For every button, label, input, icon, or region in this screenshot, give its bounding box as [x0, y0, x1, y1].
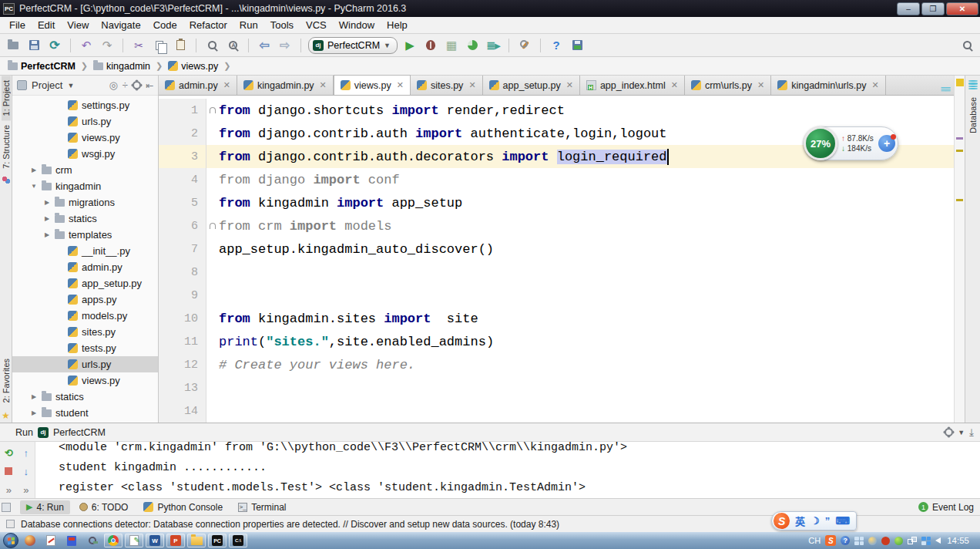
close-button[interactable]: ✕ — [946, 2, 978, 15]
gear-chevron-icon[interactable]: ▼ — [958, 429, 965, 436]
project-settings-gear-icon[interactable] — [133, 81, 141, 89]
menu-item-help[interactable]: Help — [381, 17, 414, 33]
run-console-output[interactable]: <module 'crm.kingadmin' from 'G:\\python… — [35, 438, 980, 498]
code-text[interactable]: app_setup.kingadmin_auto_discover() — [219, 242, 954, 257]
taskbar-icon-key-tool[interactable] — [83, 534, 102, 547]
tab-list-icon[interactable]: ≡≡ — [936, 83, 954, 95]
console-line[interactable]: student kingadmin ............ — [59, 458, 980, 478]
find-button[interactable] — [203, 37, 220, 54]
tool-button-project[interactable]: 1: Project — [2, 76, 11, 120]
navigate-back-button[interactable]: ⇦ — [256, 37, 273, 54]
taskbar-icon-backup-tool[interactable] — [62, 534, 81, 547]
run-with-settings-button[interactable]: ≣▸ — [485, 37, 502, 54]
tree-item-wsgipy[interactable]: wsgi.py — [12, 146, 158, 162]
synchronize-button[interactable]: ⟳ — [46, 37, 63, 54]
editor-error-stripe[interactable] — [954, 76, 965, 423]
network-monitor-widget[interactable]: 27% 87.8K/s 184K/s + — [804, 126, 898, 160]
stripe-mark[interactable] — [956, 150, 963, 152]
taskbar-icon-powerpoint[interactable]: P — [166, 534, 185, 547]
tab-app_setup.py[interactable]: app_setup.py✕ — [483, 76, 580, 95]
menu-item-vcs[interactable]: VCS — [300, 17, 333, 33]
project-view-chevron-icon[interactable]: ▼ — [67, 82, 74, 89]
code-text[interactable]: print("sites.",site.enabled_admins) — [219, 335, 954, 349]
paste-button[interactable] — [172, 37, 189, 54]
sogou-input-toolbar[interactable]: S 英 ☽”⌨ — [771, 511, 857, 530]
code-text[interactable]: # Create your views here. — [219, 358, 954, 372]
tool-window-button-4--run[interactable]: ▶4: Run — [20, 500, 70, 514]
ime-lang-indicator[interactable]: CH — [808, 536, 821, 545]
tab-kingadmin.py[interactable]: kingadmin.py✕ — [237, 76, 334, 95]
tree-item-urlspy[interactable]: urls.py — [12, 356, 158, 372]
tree-item-urlspy[interactable]: urls.py — [12, 113, 158, 130]
sogou-tool-icon-1[interactable]: ” — [825, 515, 831, 527]
replace-button[interactable]: A — [224, 37, 241, 54]
breadcrumb-item[interactable]: PerfectCRM — [6, 61, 77, 72]
volume-tray-icon[interactable] — [935, 537, 941, 544]
tree-item-app_setuppy[interactable]: app_setup.py — [12, 275, 158, 291]
menu-item-refactor[interactable]: Refactor — [183, 17, 233, 33]
tab-close-icon[interactable]: ✕ — [223, 80, 230, 90]
tree-right-arrow-icon[interactable]: ▶ — [30, 409, 38, 416]
taskbar-icon-screenshot-tool[interactable] — [42, 534, 60, 547]
tree-item-statics[interactable]: ▶statics — [12, 389, 158, 405]
tab-sites.py[interactable]: sites.py✕ — [411, 76, 483, 95]
tree-right-arrow-icon[interactable]: ▶ — [43, 215, 51, 222]
tree-item-adminpy[interactable]: admin.py — [12, 259, 158, 275]
taskbar-icon-file-explorer[interactable] — [187, 534, 206, 547]
tree-item-kingadmin[interactable]: ▼kingadmin — [12, 178, 158, 194]
code-text[interactable]: from django.shortcuts import render,redi… — [219, 103, 954, 118]
stop-button[interactable] — [0, 462, 18, 480]
tab-kingadmin-urls.py[interactable]: kingadmin\urls.py✕ — [771, 76, 885, 95]
menu-item-tools[interactable]: Tools — [264, 17, 300, 33]
alarm-tray-icon[interactable] — [881, 537, 890, 545]
collapse-all-button[interactable]: ⇤ — [146, 80, 153, 91]
breadcrumb-item[interactable]: views.py — [166, 61, 220, 72]
restore-button[interactable]: ❐ — [921, 2, 945, 15]
install-plugin-button[interactable] — [569, 37, 586, 54]
network-tray-icon[interactable] — [908, 537, 917, 544]
taskbar-icon-word[interactable]: W — [146, 534, 164, 547]
tab-crm-urls.py[interactable]: crm\urls.py✕ — [685, 76, 771, 95]
tab-app_index.html[interactable]: app_index.html✕ — [580, 76, 685, 95]
up-stack-trace-button[interactable]: ↑ — [18, 443, 35, 462]
tab-close-icon[interactable]: ✕ — [566, 80, 573, 90]
profiler-button[interactable] — [464, 37, 481, 54]
fold-column[interactable] — [206, 214, 219, 237]
stripe-mark[interactable] — [956, 137, 963, 140]
tree-right-arrow-icon[interactable]: ▶ — [43, 231, 51, 238]
taskbar-icon-chrome[interactable] — [104, 534, 123, 547]
accelerate-button[interactable]: + — [878, 135, 895, 152]
debug-button[interactable] — [422, 37, 439, 54]
undo-button[interactable]: ↶ — [78, 37, 95, 54]
run-button[interactable]: ▶ — [401, 37, 418, 54]
tree-item-appspy[interactable]: apps.py — [12, 291, 158, 308]
sogou-lang-toggle[interactable]: 英 — [795, 514, 805, 528]
tree-right-arrow-icon[interactable]: ▶ — [43, 199, 51, 206]
tool-window-button-terminal[interactable]: >_Terminal — [232, 500, 292, 514]
status-message[interactable]: Database connections detector: Database … — [21, 519, 559, 530]
taskbar-icon-notepad-plus-plus[interactable] — [125, 534, 143, 547]
tree-right-arrow-icon[interactable]: ▶ — [30, 393, 38, 400]
fold-column[interactable] — [206, 99, 219, 122]
code-text[interactable]: from crm import models — [219, 219, 954, 234]
menu-item-file[interactable]: File — [3, 17, 32, 33]
fold-marker-icon[interactable] — [210, 107, 216, 113]
help-tray-icon[interactable]: ? — [841, 536, 850, 545]
tool-button-database[interactable]: Database — [968, 93, 978, 138]
cut-button[interactable]: ✂ — [130, 37, 147, 54]
tab-close-icon[interactable]: ✕ — [320, 80, 327, 90]
event-log-button[interactable]: 1 Event Log — [918, 502, 974, 513]
breadcrumb-item[interactable]: kingadmin — [92, 61, 152, 72]
sogou-logo-icon[interactable]: S — [774, 513, 790, 529]
tree-item-settingspy[interactable]: settings.py — [12, 97, 158, 113]
tool-button-favorites[interactable]: 2: Favorites — [2, 354, 11, 407]
tree-item-migrations[interactable]: ▶migrations — [12, 194, 158, 211]
copy-button[interactable] — [151, 37, 168, 54]
menu-item-run[interactable]: Run — [233, 17, 264, 33]
stripe-mark[interactable] — [956, 199, 963, 201]
code-text[interactable]: from django import conf — [219, 173, 954, 187]
search-everywhere-button[interactable] — [958, 37, 975, 54]
tab-admin.py[interactable]: admin.py✕ — [159, 76, 237, 95]
divider-settings-button[interactable]: ÷ — [123, 79, 128, 91]
tree-item-__init__py[interactable]: __init__.py — [12, 243, 158, 259]
